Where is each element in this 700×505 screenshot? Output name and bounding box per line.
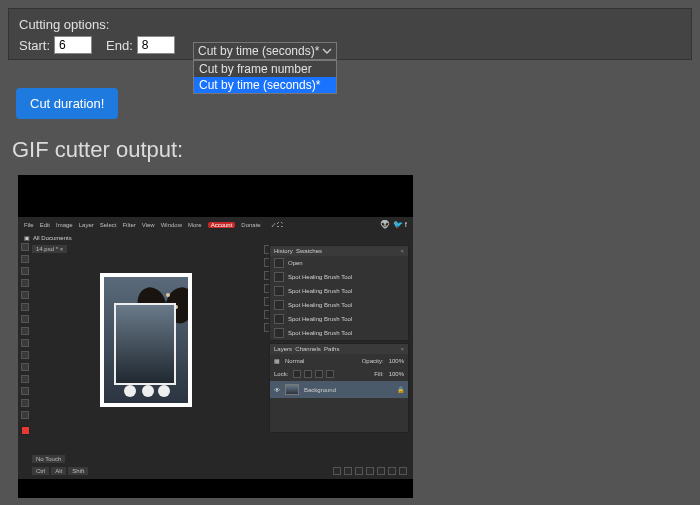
cut-mode-option-frame[interactable]: Cut by frame number (194, 61, 336, 77)
tool-icon[interactable] (21, 399, 29, 407)
tool-icon[interactable] (21, 279, 29, 287)
tool-icon[interactable] (21, 387, 29, 395)
tool-icon[interactable] (21, 375, 29, 383)
menu-view[interactable]: View (142, 222, 155, 228)
layers-panel: Layers Channels Paths× ▦NormalOpacity:10… (269, 343, 409, 433)
menu-file[interactable]: File (24, 222, 34, 228)
tool-icon[interactable] (21, 411, 29, 419)
end-label: End: (106, 38, 133, 53)
layer-row[interactable]: 👁Background🔒 (270, 381, 408, 398)
status-right (333, 467, 407, 475)
cut-mode-option-time[interactable]: Cut by time (seconds)* (194, 77, 336, 93)
cut-mode-select[interactable]: Cut by time (seconds)* (193, 42, 337, 60)
tool-icon[interactable] (21, 363, 29, 371)
menu-select[interactable]: Select (100, 222, 117, 228)
social-icons: 👽 🐦 f (380, 220, 407, 229)
tool-icon[interactable] (21, 291, 29, 299)
tool-icon[interactable] (21, 351, 29, 359)
start-label: Start: (19, 38, 50, 53)
tool-icon[interactable] (21, 267, 29, 275)
cut-mode-value: Cut by time (seconds)* (198, 44, 319, 58)
tool-icon[interactable] (21, 243, 29, 251)
doc-tab[interactable]: 14.psd * × (32, 245, 67, 253)
history-panel: History Swatches× Open Spot Healing Brus… (269, 245, 409, 341)
menu-edit[interactable]: Edit (40, 222, 50, 228)
tool-icon[interactable] (21, 327, 29, 335)
menu-window[interactable]: Window (161, 222, 182, 228)
end-input[interactable] (137, 36, 175, 54)
footer-bar: Ctrl Alt Shift (32, 467, 88, 475)
canvas (100, 273, 192, 407)
chevron-down-icon (322, 46, 332, 56)
butterfly-image (138, 283, 188, 333)
cutting-title: Cutting options: (19, 17, 681, 32)
tool-icon[interactable] (21, 303, 29, 311)
output-heading: GIF cutter output: (12, 137, 700, 163)
cut-mode-dropdown: Cut by frame number Cut by time (seconds… (193, 60, 337, 94)
tool-icon[interactable] (21, 255, 29, 263)
gif-output: File Edit Image Layer Select Filter View… (18, 175, 413, 498)
documents-bar: ▣All Documents (18, 232, 413, 243)
tool-column (20, 243, 30, 435)
start-input[interactable] (54, 36, 92, 54)
tool-icon[interactable] (21, 339, 29, 347)
menu-account[interactable]: Account (208, 222, 236, 228)
tool-icon[interactable] (21, 315, 29, 323)
menu-image[interactable]: Image (56, 222, 73, 228)
cut-duration-button[interactable]: Cut duration! (16, 88, 118, 119)
menu-donate[interactable]: Donate (241, 222, 260, 228)
menu-filter[interactable]: Filter (122, 222, 135, 228)
editor-frame: File Edit Image Layer Select Filter View… (18, 217, 413, 479)
menu-more[interactable]: More (188, 222, 202, 228)
menu-layer[interactable]: Layer (79, 222, 94, 228)
cutting-panel: Cutting options: Start: End: Cut by time… (8, 8, 692, 60)
color-swatch[interactable] (21, 426, 30, 435)
menu-bar: File Edit Image Layer Select Filter View… (18, 217, 413, 232)
